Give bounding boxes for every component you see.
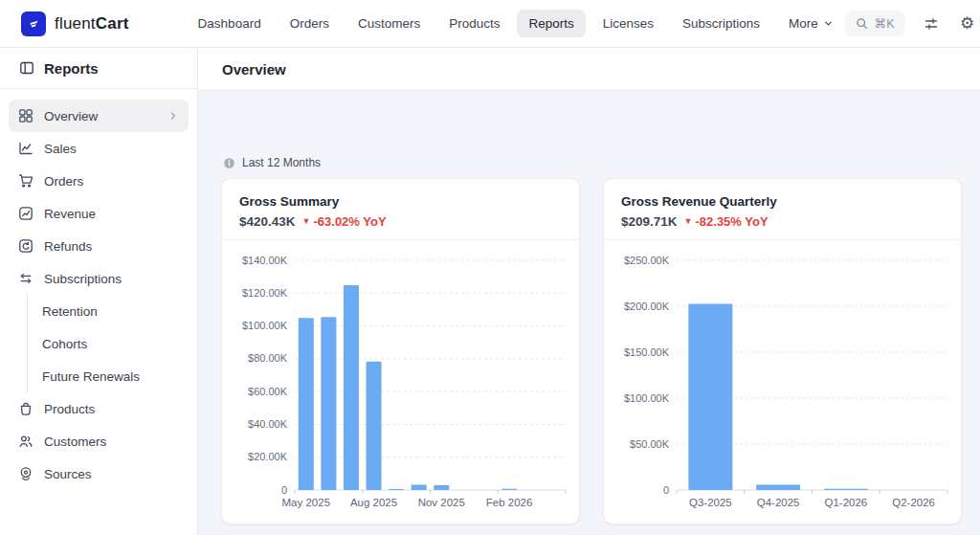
nav-item-label: Orders xyxy=(290,16,329,31)
nav-item-label: Licenses xyxy=(603,16,654,31)
revenue-icon xyxy=(18,206,33,221)
chevron-right-icon xyxy=(167,110,179,122)
svg-text:$120.00K: $120.00K xyxy=(242,287,288,299)
reports-sidebar: Reports OverviewSalesOrdersRevenueRefund… xyxy=(0,48,198,535)
sidebar-item-products[interactable]: Products xyxy=(9,392,189,425)
card-gross-summary: Gross Summary$420.43K▼-63.02% YoY$140.00… xyxy=(221,178,580,524)
users-icon xyxy=(18,434,33,449)
main-area: Overview Last 12 Months Gross Summary$42… xyxy=(198,48,980,535)
info-icon[interactable] xyxy=(223,157,235,169)
nav-item-dashboard[interactable]: Dashboard xyxy=(187,10,273,37)
panel-icon xyxy=(19,60,34,76)
svg-text:$20.00K: $20.00K xyxy=(248,451,288,462)
sidebar-item-label: Refunds xyxy=(44,239,179,254)
sidebar-item-label: Overview xyxy=(44,109,157,123)
svg-text:Q2-2026: Q2-2026 xyxy=(892,497,935,508)
card-header: Gross Summary$420.43K▼-63.02% YoY xyxy=(222,179,579,239)
page-title: Overview xyxy=(222,61,286,78)
sidebar-item-overview[interactable]: Overview xyxy=(9,100,189,132)
top-nav: DashboardOrdersCustomersProductsReportsL… xyxy=(187,10,845,37)
chart-wrap: $140.00K$120.00K$100.00K$80.00K$60.00K$4… xyxy=(222,240,579,524)
sidebar-item-label: Subscriptions xyxy=(44,272,179,286)
svg-text:$40.00K: $40.00K xyxy=(248,418,288,430)
search-button[interactable]: ⌘K xyxy=(845,11,905,36)
down-arrow-icon: ▼ xyxy=(302,217,311,226)
svg-text:Q3-2025: Q3-2025 xyxy=(689,497,732,508)
nav-item-label: More xyxy=(789,16,818,31)
topbar-actions: ⌘K ⚙ xyxy=(845,11,978,36)
card-header: Gross Revenue Quarterly$209.71K▼-82.35% … xyxy=(604,179,961,239)
svg-text:$60.00K: $60.00K xyxy=(248,386,288,397)
cart-icon xyxy=(18,173,33,189)
bar-chart: $140.00K$120.00K$100.00K$80.00K$60.00K$4… xyxy=(222,242,581,520)
nav-item-label: Products xyxy=(449,16,500,31)
nav-item-reports[interactable]: Reports xyxy=(517,10,585,37)
yoy-delta-label: -82.35% YoY xyxy=(695,214,768,229)
sidebar-item-label: Sales xyxy=(44,142,179,156)
nav-item-more[interactable]: More xyxy=(777,10,845,37)
yoy-delta: ▼-82.35% YoY xyxy=(684,214,768,229)
nav-item-label: Subscriptions xyxy=(682,16,760,31)
sidebar-item-customers[interactable]: Customers xyxy=(9,425,189,457)
down-arrow-icon: ▼ xyxy=(684,217,693,226)
nav-item-products[interactable]: Products xyxy=(437,10,511,37)
card-value: $209.71K xyxy=(621,214,678,229)
svg-text:$250.00K: $250.00K xyxy=(624,255,670,266)
sidebar-item-retention[interactable]: Retention xyxy=(27,295,189,327)
sidebar-item-orders[interactable]: Orders xyxy=(9,165,189,197)
svg-text:Q1-2026: Q1-2026 xyxy=(824,497,867,508)
svg-text:$50.00K: $50.00K xyxy=(630,438,670,450)
sidebar-item-label: Sources xyxy=(44,467,179,481)
nav-item-orders[interactable]: Orders xyxy=(278,10,341,37)
nav-item-label: Dashboard xyxy=(198,16,261,31)
card-gross-revenue-quarterly: Gross Revenue Quarterly$209.71K▼-82.35% … xyxy=(603,178,962,524)
grid-icon xyxy=(18,108,33,123)
gear-icon[interactable]: ⚙ xyxy=(957,13,978,34)
svg-text:Feb 2026: Feb 2026 xyxy=(486,497,533,508)
yoy-delta-label: -63.02% YoY xyxy=(313,214,386,229)
sidebar-item-refunds[interactable]: Refunds xyxy=(9,230,189,262)
content-area: Last 12 Months Gross Summary$420.43K▼-63… xyxy=(198,91,980,535)
nav-item-customers[interactable]: Customers xyxy=(346,10,432,37)
svg-text:$140.00K: $140.00K xyxy=(242,255,288,266)
sidebar-item-cohorts[interactable]: Cohorts xyxy=(27,327,189,360)
svg-text:$200.00K: $200.00K xyxy=(624,301,670,312)
card-value: $420.43K xyxy=(239,214,296,229)
transfer-icon xyxy=(18,271,33,286)
bar-chart: $250.00K$200.00K$150.00K$100.00K$50.00K0… xyxy=(604,242,963,520)
sidebar-item-label: Retention xyxy=(42,304,179,319)
search-icon xyxy=(856,17,868,30)
chart-wrap: $250.00K$200.00K$150.00K$100.00K$50.00K0… xyxy=(604,240,961,524)
sidebar-item-subscriptions[interactable]: Subscriptions xyxy=(9,262,189,295)
pin-icon xyxy=(18,466,33,481)
svg-text:0: 0 xyxy=(663,484,669,496)
top-bar: fluentCart DashboardOrdersCustomersProdu… xyxy=(0,0,980,48)
nav-item-label: Reports xyxy=(528,16,573,31)
fluentcart-logo-icon xyxy=(21,11,46,36)
brand[interactable]: fluentCart xyxy=(21,11,129,36)
period-label: Last 12 Months xyxy=(242,156,321,169)
brand-name: fluentCart xyxy=(55,14,129,33)
sidebar-item-label: Revenue xyxy=(44,207,179,221)
sidebar-item-future-renewals[interactable]: Future Renewals xyxy=(27,360,189,392)
nav-item-licenses[interactable]: Licenses xyxy=(591,10,665,37)
cards-row: Gross Summary$420.43K▼-63.02% YoY$140.00… xyxy=(221,178,961,524)
nav-item-label: Customers xyxy=(358,16,420,31)
yoy-delta: ▼-63.02% YoY xyxy=(302,214,387,229)
sidebar-item-sources[interactable]: Sources xyxy=(9,457,189,490)
sidebar-item-revenue[interactable]: Revenue xyxy=(9,197,189,230)
refund-icon xyxy=(18,238,33,254)
nav-item-subscriptions[interactable]: Subscriptions xyxy=(671,10,771,37)
sidebar-item-label: Orders xyxy=(44,174,179,189)
sliders-icon[interactable] xyxy=(921,13,942,34)
sidebar-nav: OverviewSalesOrdersRevenueRefundsSubscri… xyxy=(0,89,197,501)
sidebar-item-sales[interactable]: Sales xyxy=(9,132,189,165)
sidebar-title: Reports xyxy=(44,60,99,77)
svg-text:$80.00K: $80.00K xyxy=(248,352,288,364)
svg-text:May 2025: May 2025 xyxy=(282,497,331,508)
svg-text:Nov 2025: Nov 2025 xyxy=(418,497,465,508)
chart-line-icon xyxy=(18,141,33,156)
svg-text:$100.00K: $100.00K xyxy=(624,392,670,404)
search-shortcut: ⌘K xyxy=(875,16,895,31)
sidebar-item-label: Products xyxy=(44,402,179,416)
